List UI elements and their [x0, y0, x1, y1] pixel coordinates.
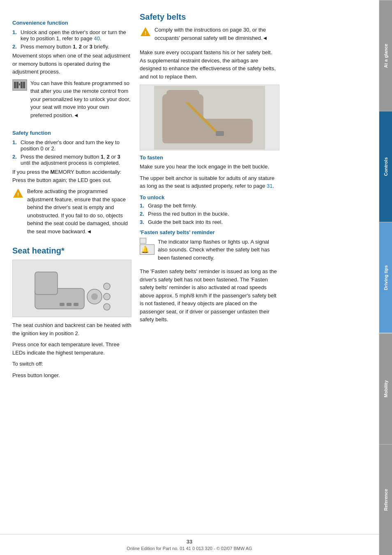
step-num: 2. [12, 44, 18, 50]
safety-belts-title: Safety belts [140, 12, 279, 22]
seat-heating-body4: Press button longer. [12, 371, 131, 380]
svg-point-14 [91, 293, 98, 300]
tab-controls[interactable]: Controls [379, 111, 392, 222]
step-text: Guide the belt back into its reel. [148, 219, 223, 225]
svg-rect-12 [74, 303, 78, 306]
reminder-icon-box: 🔔 The indicator lamp flashes or lights u… [140, 238, 279, 265]
safety-function-title: Safety function [12, 130, 131, 136]
unlock-step-2: 2. Press the red button in the buckle. [140, 211, 279, 217]
svg-rect-10 [60, 303, 65, 306]
convenience-function-steps: 1. Unlock and open the driver's door or … [12, 29, 131, 50]
step-num: 2. [12, 154, 18, 166]
svg-point-17 [104, 304, 110, 310]
to-fasten-section: To fasten Make sure you hear the lock en… [140, 154, 279, 190]
convenience-function-title: Convenience function [12, 20, 131, 26]
info-icon-box: You can have this feature programmed so … [12, 79, 131, 123]
svg-rect-24 [216, 131, 224, 136]
memory-text: If you press the MEMORY button accidenta… [12, 168, 131, 184]
seat-heating-body3: To switch off: [12, 360, 131, 368]
tab-label: At a glance [383, 44, 388, 68]
left-column: Convenience function 1. Unlock and open … [12, 12, 131, 518]
safety-warning-box: ! Before activating the programmed adjus… [12, 187, 131, 239]
safety-belts-section: Safety belts ! Comply with the instructi… [140, 12, 279, 324]
seat-heating-body1: The seat cushion and backrest can be hea… [12, 321, 131, 337]
svg-rect-11 [67, 303, 71, 306]
footer-text: Online Edition for Part no. 01 41 0 013 … [4, 546, 375, 551]
tab-driving-tips[interactable]: Driving tips [379, 222, 392, 333]
unlock-step-1: 1. Grasp the belt firmly. [140, 203, 279, 209]
convenience-body: Movement stops when one of the seat adju… [12, 52, 131, 76]
to-fasten-body1: Make sure you hear the lock engage in th… [140, 163, 279, 171]
tab-label: Mobility [383, 380, 388, 397]
step-2: 2. Press memory button 1, 2 or 3 briefly… [12, 44, 131, 50]
sf-step-2: 2. Press the desired memory button 1, 2 … [12, 154, 131, 166]
safety-function-steps: 1. Close the driver's door and turn the … [12, 139, 131, 166]
empty-box [147, 238, 154, 244]
to-unlock-section: To unlock 1. Grasp the belt firmly. 2. P… [140, 194, 279, 225]
step-num: 2. [140, 211, 145, 217]
seat-heating-section: Seat heating* [12, 246, 131, 379]
warning-triangle-icon: ! [140, 26, 151, 38]
reminder-body: The 'Fasten safety belts' reminder is is… [140, 267, 279, 324]
step-text: Press the desired memory button 1, 2 or … [21, 154, 131, 166]
seatbelt-image [140, 85, 279, 150]
svg-point-16 [104, 293, 110, 300]
svg-text:!: ! [145, 30, 146, 36]
warning-text: Before activating the programmed adjustm… [27, 187, 131, 235]
to-fasten-body2: The upper belt anchor is suitable for ad… [140, 174, 279, 190]
side-navigation: At a glance Controls Driving tips Mobili… [379, 0, 392, 555]
svg-rect-1 [14, 82, 16, 88]
step-num: 1. [140, 203, 145, 209]
to-fasten-title: To fasten [140, 154, 279, 161]
step-num: 3. [140, 219, 145, 225]
step-num: 1. [12, 29, 18, 41]
svg-rect-2 [16, 82, 18, 88]
svg-point-15 [104, 283, 110, 290]
safety-belts-warning-text: Comply with the instructions on page 30,… [154, 26, 279, 42]
warning-triangle-icon: ! [12, 188, 24, 199]
svg-rect-4 [21, 82, 23, 88]
step-1: 1. Unlock and open the driver's door or … [12, 29, 131, 41]
safety-belts-body1: Make sure every occupant fastens his or … [140, 48, 279, 81]
seat-heating-body2: Press once for each temperature level. T… [12, 341, 131, 357]
svg-rect-3 [19, 83, 20, 85]
step-text: Press memory button 1, 2 or 3 briefly. [21, 44, 109, 50]
convenience-function-section: Convenience function 1. Unlock and open … [12, 20, 131, 122]
to-unlock-steps: 1. Grasp the belt firmly. 2. Press the r… [140, 203, 279, 225]
tab-mobility[interactable]: Mobility [379, 333, 392, 444]
tab-label: Driving tips [383, 265, 388, 290]
tab-at-a-glance[interactable]: At a glance [379, 0, 392, 111]
tab-label: Controls [383, 157, 388, 176]
seat-heating-title: Seat heating* [12, 246, 131, 256]
svg-rect-9 [35, 272, 58, 295]
svg-rect-25 [166, 90, 199, 102]
unlock-step-3: 3. Guide the belt back into its reel. [140, 219, 279, 225]
right-column: Safety belts ! Comply with the instructi… [140, 12, 279, 518]
safety-belts-warning: ! Comply with the instructions on page 3… [140, 26, 279, 45]
step-text: Grasp the belt firmly. [148, 203, 197, 209]
safety-function-section: Safety function 1. Close the driver's do… [12, 130, 131, 239]
fasten-reminder-section: 'Fasten safety belts' reminder 🔔 [140, 229, 279, 324]
step-text: Close the driver's door and turn the key… [21, 139, 131, 152]
page-number: 33 [4, 539, 375, 545]
tab-reference[interactable]: Reference [379, 444, 392, 555]
reminder-text: The indicator lamp flashes or lights up.… [158, 238, 279, 262]
sf-step-1: 1. Close the driver's door and turn the … [12, 139, 131, 152]
page-footer: 33 Online Edition for Part no. 01 41 0 0… [0, 534, 379, 555]
fasten-reminder-title: 'Fasten safety belts' reminder [140, 229, 279, 235]
step-text: Press the red button in the buckle. [148, 211, 229, 217]
svg-rect-5 [23, 82, 25, 88]
tab-label: Reference [383, 489, 388, 511]
info-text: You can have this feature programmed so … [30, 79, 131, 120]
step-num: 1. [12, 139, 18, 152]
indicator-lamp-box [140, 238, 146, 244]
seatbelt-reminder-icon: 🔔 [141, 246, 149, 253]
step-text: Unlock and open the driver's door or tur… [21, 29, 131, 41]
seat-heating-image [12, 260, 131, 317]
to-unlock-title: To unlock [140, 194, 279, 200]
svg-text:!: ! [17, 191, 19, 198]
memory-icon [12, 79, 27, 91]
